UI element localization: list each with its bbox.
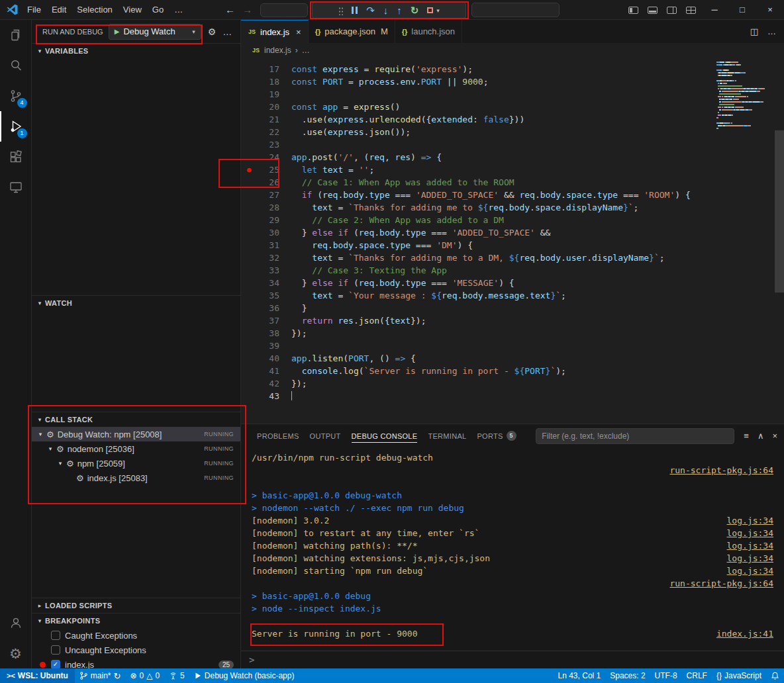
code-text[interactable]: }: [291, 302, 307, 314]
command-center[interactable]: [471, 3, 560, 17]
code-text[interactable]: [291, 390, 292, 402]
call-stack-header[interactable]: ▾ CALL STACK: [32, 412, 240, 427]
more-actions-icon[interactable]: …: [222, 26, 232, 37]
code-text[interactable]: // Case 1: When App was added to the ROO…: [291, 176, 514, 189]
code-text[interactable]: text = `Thanks for adding me to a DM, ${…: [291, 251, 665, 264]
editor[interactable]: 17const express = require('express');18c…: [241, 58, 784, 424]
breakpoint-row[interactable]: Uncaught Exceptions: [32, 643, 240, 657]
menu-edit[interactable]: Edit: [46, 0, 72, 20]
menu-view[interactable]: View: [118, 0, 147, 20]
loaded-scripts-header[interactable]: ▸ LOADED SCRIPTS: [32, 598, 240, 613]
code-text[interactable]: } else if (req.body.type === 'ADDED_TO_S…: [291, 226, 550, 239]
code-text[interactable]: app.post('/', (req, res) => {: [291, 151, 442, 163]
step-over-button[interactable]: ↷: [366, 5, 375, 15]
problems-indicator[interactable]: ⊗ 0 △ 0: [125, 668, 164, 683]
back-icon[interactable]: ←: [225, 0, 235, 20]
console-source-link[interactable]: log.js:34: [727, 527, 779, 539]
menu-more[interactable]: …: [169, 0, 188, 20]
console-source-link[interactable]: run-script-pkg.js:64: [669, 577, 779, 590]
code-text[interactable]: const PORT = process.env.PORT || 9000;: [291, 75, 488, 88]
breakpoint-gutter[interactable]: [241, 264, 257, 277]
code-text[interactable]: text = `Your message : ${req.body.messag…: [291, 289, 566, 302]
breakpoint-gutter[interactable]: [241, 189, 257, 201]
debug-settings-gear-icon[interactable]: ⚙: [208, 26, 217, 37]
console-source-link[interactable]: run-script-pkg.js:64: [669, 464, 779, 477]
tab-output[interactable]: OUTPUT: [305, 424, 346, 447]
tab-launch-json[interactable]: {} launch.json: [395, 20, 462, 43]
code-text[interactable]: req.body.space.type === 'DM') {: [291, 239, 473, 251]
indentation-indicator[interactable]: Spaces: 2: [605, 668, 650, 683]
chevron-down-icon[interactable]: ▾: [436, 7, 440, 14]
code-text[interactable]: } else if (req.body.type === 'MESSAGE') …: [291, 277, 514, 289]
breakpoint-gutter[interactable]: [241, 101, 257, 113]
variables-header[interactable]: ▾ VARIABLES: [32, 44, 240, 58]
console-source-link[interactable]: log.js:34: [727, 539, 779, 552]
menu-go[interactable]: Go: [147, 0, 169, 20]
breakpoint-gutter[interactable]: [241, 226, 257, 239]
breakpoint-gutter[interactable]: [241, 151, 257, 163]
close-panel-icon[interactable]: ×: [772, 431, 777, 441]
restart-button[interactable]: ↻: [411, 5, 419, 15]
debug-config-picker[interactable]: ▶ Debug Watch ▾: [109, 24, 201, 40]
breakpoint-gutter[interactable]: [241, 251, 257, 264]
debug-status[interactable]: Debug Watch (basic-app): [189, 668, 299, 683]
encoding-indicator[interactable]: UTF-8: [650, 668, 682, 683]
eol-indicator[interactable]: CRLF: [682, 668, 712, 683]
tab-terminal[interactable]: TERMINAL: [422, 424, 471, 447]
split-editor-icon[interactable]: ◫: [750, 26, 758, 36]
forward-icon[interactable]: →: [242, 0, 252, 20]
sidebar-item-source-control[interactable]: 4: [0, 81, 32, 111]
maximize-button[interactable]: □: [728, 0, 756, 20]
tab-ports[interactable]: PORTS 5: [471, 424, 521, 447]
code-text[interactable]: return res.json({text});: [291, 314, 426, 327]
code-text[interactable]: const app = express(): [291, 101, 400, 113]
breakpoint-gutter[interactable]: [241, 214, 257, 226]
console-input[interactable]: >: [241, 651, 784, 668]
scrollbar-thumb[interactable]: [775, 130, 784, 293]
breakpoint-gutter[interactable]: [241, 126, 257, 138]
breakpoint-gutter[interactable]: [241, 340, 257, 352]
breakpoint-gutter[interactable]: [241, 88, 257, 101]
breakpoint-checkbox[interactable]: ✓: [51, 660, 60, 669]
stop-button[interactable]: [427, 7, 433, 13]
accounts-button[interactable]: [0, 608, 32, 638]
remote-indicator[interactable]: >< WSL: Ubuntu: [0, 668, 75, 683]
breakpoint-gutter[interactable]: [241, 314, 257, 327]
maximize-panel-icon[interactable]: ∧: [758, 431, 764, 441]
chevron-down-icon[interactable]: ▾: [56, 460, 65, 467]
more-actions-icon[interactable]: …: [767, 26, 776, 36]
breakpoint-gutter[interactable]: [241, 75, 257, 88]
console-filter-input[interactable]: [536, 428, 734, 444]
code-text[interactable]: });: [291, 377, 307, 390]
breakpoint-gutter[interactable]: [241, 201, 257, 214]
minimize-button[interactable]: ─: [701, 0, 728, 20]
start-debug-icon[interactable]: ▶: [115, 28, 120, 35]
code-text[interactable]: .use(express.urlencoded({extended: false…: [291, 113, 524, 126]
breakpoint-gutter[interactable]: [241, 289, 257, 302]
code-text[interactable]: if (req.body.type === 'ADDED_TO_SPACE' &…: [291, 189, 691, 201]
code-text[interactable]: const express = require('express');: [291, 63, 473, 75]
console-source-link[interactable]: log.js:34: [727, 565, 779, 577]
sidebar-item-run-and-debug[interactable]: 1: [0, 111, 32, 142]
console-source-link[interactable]: log.js:34: [727, 552, 779, 565]
pause-button[interactable]: [352, 7, 358, 14]
sidebar-item-extensions[interactable]: [0, 142, 32, 172]
breakpoint-gutter[interactable]: [241, 138, 257, 151]
tab-debug-console[interactable]: DEBUG CONSOLE: [346, 424, 423, 447]
code-text[interactable]: .use(express.json());: [291, 126, 411, 138]
ports-indicator[interactable]: 5: [164, 668, 189, 683]
code-text[interactable]: let text = '';: [291, 163, 374, 176]
breakpoint-gutter[interactable]: [241, 390, 257, 402]
breakpoint-dot[interactable]: ●: [241, 163, 257, 176]
call-stack-session[interactable]: ⚙index.js [25083]RUNNING: [32, 471, 240, 485]
breadcrumb[interactable]: JS index.js › …: [241, 43, 784, 58]
breakpoints-header[interactable]: ▾ BREAKPOINTS: [32, 614, 240, 628]
sidebar-item-search[interactable]: [0, 50, 32, 81]
console-source-link[interactable]: log.js:34: [727, 514, 779, 527]
code-text[interactable]: // Case 3: Texting the App: [291, 264, 447, 277]
breakpoint-checkbox[interactable]: [51, 645, 60, 655]
toggle-secondary-sidebar-icon[interactable]: [667, 7, 677, 14]
tab-index-js[interactable]: JS index.js ×: [241, 20, 309, 43]
call-stack-session[interactable]: ▾⚙Debug Watch: npm [25008]RUNNING: [32, 427, 240, 441]
breakpoint-gutter[interactable]: [241, 277, 257, 289]
